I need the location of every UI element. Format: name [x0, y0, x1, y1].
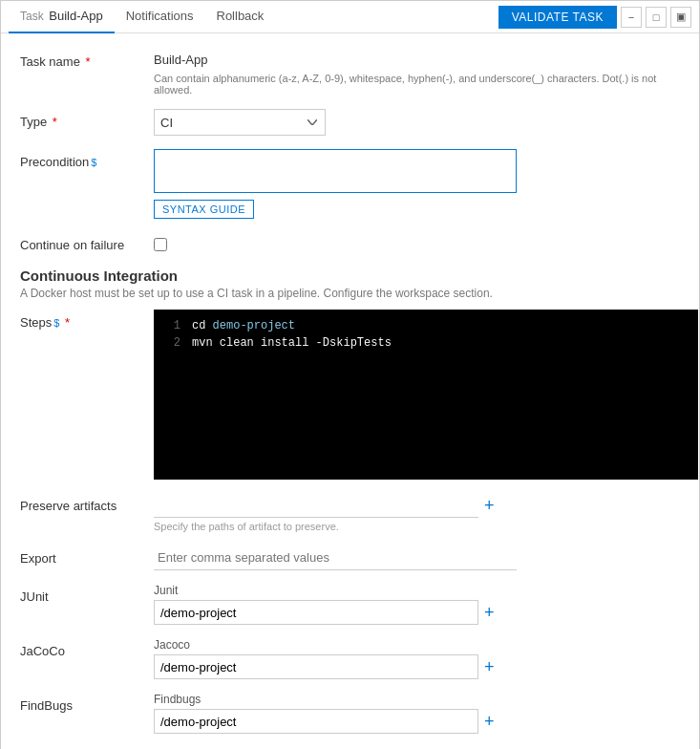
line-num-2: 2	[161, 334, 180, 352]
restore-button[interactable]: □	[646, 7, 667, 28]
steps-required: *	[61, 315, 70, 330]
precondition-field: SYNTAX GUIDE	[154, 149, 680, 219]
task-name-value: Build-App	[154, 49, 680, 71]
continue-on-failure-field	[154, 232, 680, 254]
findbugs-add-button[interactable]: +	[482, 713, 497, 730]
steps-row: Steps$ * 1 cd demo-project 2 mvn clean i…	[20, 310, 680, 480]
header-actions: VALIDATE TASK − □ ▣	[498, 6, 691, 29]
type-row: Type * CI CD	[20, 109, 680, 136]
findbugs-field: Findbugs +	[154, 693, 680, 734]
preserve-artifacts-field: + Specify the paths of artifact to prese…	[154, 493, 680, 532]
tab-rollback[interactable]: Rollback	[205, 1, 276, 33]
junit-input[interactable]	[154, 600, 478, 625]
task-name-field: Build-App Can contain alphanumeric (a-z,…	[154, 49, 680, 96]
close-button[interactable]: ▣	[670, 7, 691, 28]
findbugs-tool-name: Findbugs	[154, 693, 680, 706]
preserve-artifacts-add-button[interactable]: +	[482, 497, 497, 514]
tab-rollback-label: Rollback	[217, 9, 265, 23]
header: Task Build-App Notifications Rollback VA…	[1, 1, 699, 33]
findbugs-row: FindBugs Findbugs +	[20, 693, 680, 734]
junit-field: Junit +	[154, 584, 680, 625]
export-row: Export	[20, 546, 680, 570]
tab-build-app[interactable]: Task Build-App	[9, 1, 115, 33]
artifact-input-row: +	[154, 493, 680, 518]
tab-build-app-label: Build-App	[49, 9, 102, 23]
task-name-label: Task name *	[20, 49, 154, 69]
tab-task-prefix: Task	[20, 10, 44, 23]
task-name-hint: Can contain alphanumeric (a-z, A-Z, 0-9)…	[154, 73, 680, 96]
findbugs-input[interactable]	[154, 709, 478, 734]
syntax-guide-button[interactable]: SYNTAX GUIDE	[154, 200, 254, 219]
tab-notifications[interactable]: Notifications	[115, 1, 205, 33]
steps-dollar[interactable]: $	[53, 317, 59, 329]
precondition-dollar[interactable]: $	[91, 157, 96, 168]
type-label: Type *	[20, 109, 154, 129]
type-select[interactable]: CI CD	[154, 109, 326, 136]
task-name-row: Task name * Build-App Can contain alphan…	[20, 49, 680, 96]
continue-on-failure-label: Continue on failure	[20, 232, 154, 252]
ci-section-header: Continuous Integration A Docker host mus…	[20, 268, 680, 300]
line-content-2: mvn clean install -DskipTests	[192, 334, 392, 352]
steps-label: Steps$ *	[20, 310, 154, 330]
junit-row: JUnit Junit +	[20, 584, 680, 625]
junit-add-button[interactable]: +	[482, 604, 497, 621]
export-input[interactable]	[154, 546, 517, 570]
preserve-artifacts-input[interactable]	[154, 493, 478, 518]
junit-input-row: +	[154, 600, 680, 625]
tab-notifications-label: Notifications	[126, 9, 194, 23]
junit-label: JUnit	[20, 584, 154, 604]
ci-section-title: Continuous Integration	[20, 268, 680, 284]
findbugs-label: FindBugs	[20, 693, 154, 713]
export-field	[154, 546, 680, 570]
jacoco-input-row: +	[154, 654, 680, 679]
jacoco-input[interactable]	[154, 654, 478, 679]
type-field: CI CD	[154, 109, 680, 136]
continue-on-failure-checkbox[interactable]	[154, 238, 167, 251]
preserve-artifacts-label: Preserve artifacts	[20, 493, 154, 513]
jacoco-row: JaCoCo Jacoco +	[20, 638, 680, 679]
preserve-artifacts-row: Preserve artifacts + Specify the paths o…	[20, 493, 680, 532]
export-label: Export	[20, 546, 154, 566]
validate-task-button[interactable]: VALIDATE TASK	[498, 6, 617, 29]
findbugs-input-row: +	[154, 709, 680, 734]
steps-line-2: 2 mvn clean install -DskipTests	[161, 334, 690, 352]
minimize-button[interactable]: −	[621, 7, 642, 28]
jacoco-tool-name: Jacoco	[154, 638, 680, 652]
line-content-1: cd demo-project	[192, 317, 295, 334]
main-content: Task name * Build-App Can contain alphan…	[1, 33, 699, 749]
ci-section-desc: A Docker host must be set up to use a CI…	[20, 287, 680, 300]
continue-on-failure-row: Continue on failure	[20, 232, 680, 254]
steps-field: 1 cd demo-project 2 mvn clean install -D…	[154, 310, 698, 480]
line-num-1: 1	[161, 317, 180, 334]
junit-tool-name: Junit	[154, 584, 680, 597]
type-required: *	[49, 115, 57, 129]
jacoco-field: Jacoco +	[154, 638, 680, 679]
precondition-label: Precondition$	[20, 149, 154, 169]
precondition-row: Precondition$ SYNTAX GUIDE	[20, 149, 680, 219]
precondition-textarea[interactable]	[154, 149, 517, 193]
steps-editor[interactable]: 1 cd demo-project 2 mvn clean install -D…	[154, 310, 698, 480]
task-name-required: *	[82, 54, 91, 69]
jacoco-label: JaCoCo	[20, 638, 154, 658]
jacoco-add-button[interactable]: +	[482, 658, 497, 675]
preserve-artifacts-hint: Specify the paths of artifact to preserv…	[154, 521, 680, 532]
steps-line-1: 1 cd demo-project	[161, 317, 690, 334]
